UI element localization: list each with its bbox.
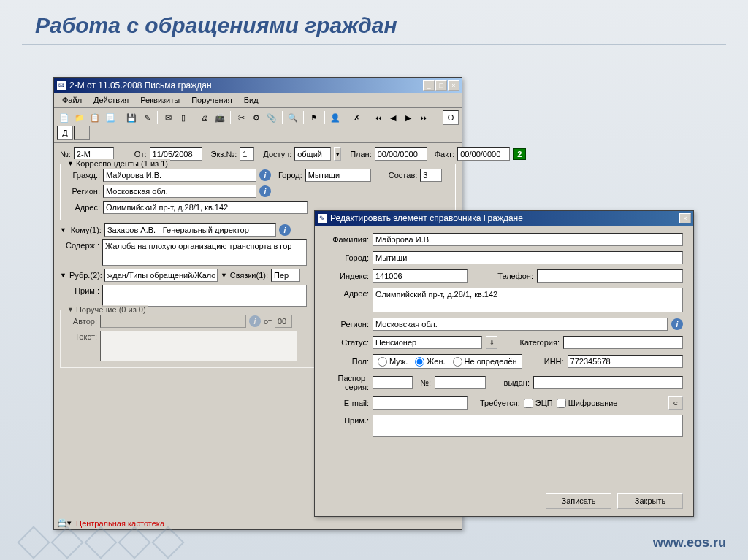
phone-input[interactable] xyxy=(537,269,683,283)
save-icon[interactable]: 💾 xyxy=(124,110,139,125)
prev-icon[interactable]: ◀ xyxy=(386,110,400,125)
region-info-icon[interactable]: i xyxy=(671,318,683,330)
access-dropdown[interactable]: ▼ xyxy=(334,147,341,161)
edit-icon[interactable]: ✎ xyxy=(140,110,154,125)
dialog-close-button[interactable]: × xyxy=(679,213,691,223)
sostav-input[interactable] xyxy=(420,169,442,182)
cipher-checkbox[interactable]: Шифрование xyxy=(557,399,618,408)
whom-info-icon[interactable]: i xyxy=(279,224,291,236)
maximize-button[interactable]: □ xyxy=(435,80,447,91)
city-input[interactable] xyxy=(305,169,371,182)
delete-icon[interactable]: ✗ xyxy=(349,110,364,125)
open-icon[interactable]: 📁 xyxy=(72,110,87,125)
inn-input[interactable] xyxy=(568,355,683,368)
rubr-collapse-icon[interactable]: ▼ xyxy=(60,272,66,279)
gender-female[interactable]: Жен. xyxy=(415,357,445,367)
copy-input[interactable] xyxy=(240,147,254,161)
c-button[interactable]: С xyxy=(668,396,683,410)
user-icon[interactable]: 👤 xyxy=(328,110,343,125)
menu-tasks[interactable]: Поручения xyxy=(186,94,237,106)
passport-series-input[interactable] xyxy=(373,376,413,389)
mail-icon[interactable]: ✉ xyxy=(161,110,175,125)
surname-input[interactable] xyxy=(373,233,683,246)
menu-actions[interactable]: Действия xyxy=(88,94,134,106)
content-label: Содерж.: xyxy=(60,239,99,250)
fax-icon[interactable]: 📠 xyxy=(213,110,227,125)
category-label: Категория: xyxy=(516,338,560,347)
save-button[interactable]: Записать xyxy=(546,493,611,509)
nav-o-button[interactable]: О xyxy=(443,110,459,125)
note-textarea[interactable] xyxy=(102,285,307,307)
status-dropdown-icon[interactable]: ⇩ xyxy=(486,336,497,349)
citizen-input[interactable] xyxy=(103,169,256,182)
index-label: Индекс: xyxy=(325,272,369,280)
attach-icon[interactable]: 📎 xyxy=(264,110,279,125)
doc-icon[interactable]: 📃 xyxy=(103,110,118,125)
slide-title: Работа с обращениями граждан xyxy=(0,0,748,38)
email-input[interactable] xyxy=(373,396,468,410)
links-input[interactable] xyxy=(271,269,300,282)
first-icon[interactable]: ⏮ xyxy=(370,110,385,125)
requires-label: Требуется: xyxy=(480,399,520,407)
badge-count[interactable]: 2 xyxy=(513,148,526,160)
dlg-note-input[interactable] xyxy=(373,415,683,437)
search-icon[interactable]: 🔍 xyxy=(286,110,300,125)
note-label: Прим.: xyxy=(60,285,99,295)
copy-icon[interactable]: 📋 xyxy=(88,110,102,125)
tool-icon[interactable]: ⚙ xyxy=(249,110,264,125)
menu-file[interactable]: Файл xyxy=(57,94,87,106)
rubr-label: Рубр.(2): xyxy=(69,271,102,280)
nav-blank-button[interactable] xyxy=(74,126,90,140)
content-textarea[interactable]: Жалоба на плохую организацию транспорта … xyxy=(102,239,307,266)
author-info-icon[interactable]: i xyxy=(249,315,261,327)
menu-view[interactable]: Вид xyxy=(239,94,264,106)
minimize-button[interactable]: _ xyxy=(423,80,435,91)
menu-props[interactable]: Реквизиты xyxy=(135,94,185,106)
eds-checkbox[interactable]: ЭЦП xyxy=(524,399,553,408)
info-icon[interactable]: i xyxy=(259,169,271,181)
text-textarea[interactable] xyxy=(100,331,297,361)
dlg-city-input[interactable] xyxy=(373,251,683,264)
author-input[interactable] xyxy=(100,315,246,328)
status-input[interactable] xyxy=(373,336,482,349)
close-button[interactable]: Закрыть xyxy=(617,493,683,509)
from-label: От: xyxy=(134,150,147,158)
next-icon[interactable]: ▶ xyxy=(401,110,416,125)
collapse-arrow-icon[interactable]: ▼ xyxy=(67,160,74,167)
region-input[interactable] xyxy=(103,185,256,198)
address-label: Адрес: xyxy=(65,203,100,212)
gender-undef[interactable]: Не определён xyxy=(453,357,517,367)
phone-label: Телефон: xyxy=(493,272,533,280)
cut-icon[interactable]: ✂ xyxy=(234,110,248,125)
gender-male[interactable]: Муж. xyxy=(378,357,408,367)
footer-icons xyxy=(22,531,180,554)
passport-num-input[interactable] xyxy=(435,376,486,389)
nav-d-button[interactable]: Д xyxy=(57,126,73,140)
print-icon[interactable]: 🖨 xyxy=(197,110,212,125)
access-input[interactable] xyxy=(294,147,331,161)
issued-input[interactable] xyxy=(533,376,683,389)
access-label: Доступ: xyxy=(263,150,291,158)
category-input[interactable] xyxy=(563,336,683,349)
rubr-input[interactable] xyxy=(104,269,218,282)
address-input[interactable] xyxy=(103,201,308,214)
index-input[interactable] xyxy=(373,269,468,283)
flag-icon[interactable]: ⚑ xyxy=(307,110,321,125)
assign-from-input[interactable] xyxy=(275,315,292,328)
whom-input[interactable] xyxy=(104,223,276,237)
links-collapse-icon[interactable]: ▼ xyxy=(221,272,227,279)
close-button[interactable]: × xyxy=(448,80,459,91)
whom-collapse-icon[interactable]: ▼ xyxy=(60,226,66,234)
assign-collapse-icon[interactable]: ▼ xyxy=(67,306,74,313)
dlg-region-input[interactable] xyxy=(373,318,668,331)
status-label: Статус: xyxy=(325,338,369,347)
inn-label: ИНН: xyxy=(541,357,564,366)
dlg-address-input[interactable]: Олимпийский пр-т, д.28/1, кв.142 xyxy=(373,288,683,312)
footer: www.eos.ru xyxy=(0,525,748,560)
last-icon[interactable]: ⏭ xyxy=(416,110,431,125)
info-icon-2[interactable]: i xyxy=(259,185,271,197)
plan-input[interactable] xyxy=(375,147,427,161)
fact-input[interactable] xyxy=(457,147,510,161)
page-icon[interactable]: ▯ xyxy=(176,110,191,125)
new-icon[interactable]: 📄 xyxy=(57,110,72,125)
